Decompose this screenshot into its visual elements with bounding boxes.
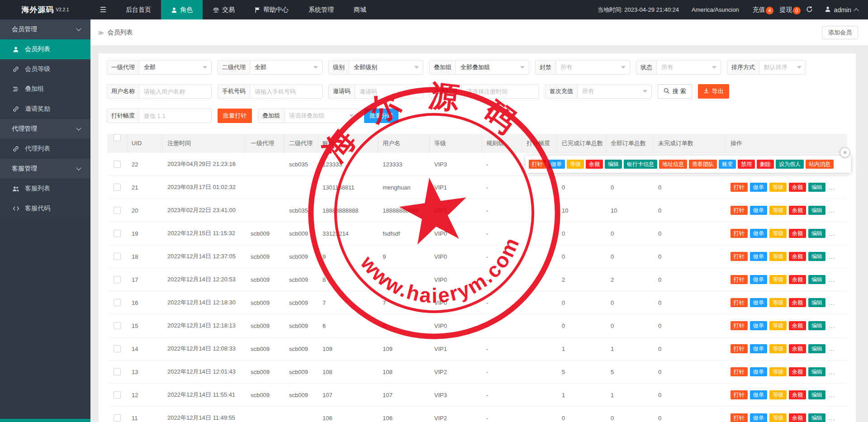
row-action-button[interactable]: 做单 — [750, 390, 767, 399]
row-action-button[interactable]: 打针 — [730, 229, 748, 238]
row-checkbox[interactable] — [114, 322, 121, 329]
sidebar-group-0[interactable]: 会员管理 — [0, 19, 90, 39]
register-time-input[interactable] — [462, 85, 539, 98]
row-action-button[interactable]: 做单 — [750, 413, 767, 422]
nav-item-1[interactable]: 角色 — [161, 0, 203, 19]
more-actions[interactable]: ... — [829, 299, 835, 306]
sidebar-group-7[interactable]: 客服管理 — [0, 159, 90, 179]
row-checkbox[interactable] — [114, 414, 121, 422]
row-checkbox[interactable] — [114, 368, 121, 375]
row-checkbox[interactable] — [114, 276, 121, 283]
more-actions[interactable]: ... — [829, 322, 835, 329]
more-actions[interactable]: ... — [829, 253, 835, 260]
row-action-button[interactable]: 编辑 — [808, 344, 825, 353]
row-action-button[interactable]: 等级 — [769, 252, 787, 261]
sidebar-group-5[interactable]: 代理管理 — [0, 119, 90, 139]
sidebar-item-4[interactable]: 邀请奖励 — [0, 99, 90, 119]
filter-select-1[interactable]: 二级代理全部 — [218, 60, 323, 75]
row-action-button[interactable]: 编辑 — [808, 275, 825, 284]
refresh-button[interactable] — [800, 6, 819, 14]
panel-action-button[interactable]: 编辑 — [605, 160, 622, 169]
nav-item-3[interactable]: 帮助中心 — [245, 0, 299, 19]
row-action-button[interactable]: 余额 — [789, 252, 806, 261]
row-checkbox[interactable] — [114, 345, 121, 352]
row-action-button[interactable]: 编辑 — [808, 298, 825, 307]
withdraw-link[interactable]: 提现 0 — [773, 6, 800, 14]
row-action-button[interactable]: 打针 — [730, 252, 748, 261]
more-actions[interactable]: ... — [829, 230, 835, 237]
more-actions[interactable]: ... — [829, 415, 835, 422]
row-action-button[interactable]: 做单 — [750, 275, 767, 284]
row-action-button[interactable]: 做单 — [750, 183, 767, 192]
row-action-button[interactable]: 余额 — [789, 206, 806, 215]
row-action-button[interactable]: 余额 — [789, 344, 806, 353]
row-action-button[interactable]: 余额 — [789, 390, 806, 399]
filter-select-6[interactable]: 排序方式默认排序 — [727, 60, 806, 75]
row-action-button[interactable]: 做单 — [750, 252, 767, 261]
row-action-button[interactable]: 等级 — [769, 229, 787, 238]
row-action-button[interactable]: 做单 — [750, 298, 767, 307]
nav-item-5[interactable]: 商城 — [344, 0, 376, 19]
row-action-button[interactable]: 打针 — [730, 367, 748, 376]
search-button[interactable]: 搜 索 — [658, 84, 692, 99]
row-action-button[interactable]: 打针 — [730, 298, 748, 307]
batch-inject-button[interactable]: 批量打针 — [218, 109, 252, 123]
row-action-button[interactable]: 编辑 — [808, 367, 825, 376]
row-action-button[interactable]: 等级 — [769, 413, 787, 422]
row-action-button[interactable]: 余额 — [789, 413, 806, 422]
sidebar-toggle-button[interactable]: ☰ — [90, 0, 116, 19]
row-action-button[interactable]: 余额 — [789, 367, 806, 376]
phone-input[interactable] — [250, 85, 322, 98]
row-action-button[interactable]: 编辑 — [808, 183, 825, 192]
panel-action-button[interactable]: 设为假人 — [776, 160, 804, 169]
row-action-button[interactable]: 编辑 — [808, 321, 825, 330]
row-action-button[interactable]: 做单 — [750, 367, 767, 376]
more-actions[interactable]: ... — [829, 369, 835, 375]
add-member-button[interactable]: 添加会员 — [822, 26, 858, 39]
sidebar-item-1[interactable]: 会员列表 — [0, 39, 90, 59]
sidebar-item-2[interactable]: 会员等级 — [0, 59, 90, 79]
row-action-button[interactable]: 打针 — [730, 275, 748, 284]
row-action-button[interactable]: 等级 — [769, 183, 787, 192]
inject-range-input[interactable] — [139, 109, 211, 123]
row-action-button[interactable]: 等级 — [769, 390, 787, 399]
panel-action-button[interactable]: 银行卡信息 — [624, 160, 657, 169]
row-action-button[interactable]: 余额 — [789, 183, 806, 192]
filter-select-2[interactable]: 级别全部级别 — [328, 60, 423, 75]
row-action-button[interactable]: 余额 — [789, 275, 806, 284]
row-action-button[interactable]: 打针 — [730, 206, 748, 215]
panel-action-button[interactable]: 站内消息 — [806, 160, 834, 169]
row-action-button[interactable]: 编辑 — [808, 229, 825, 238]
username-input[interactable] — [139, 85, 211, 98]
panel-action-button[interactable]: 禁用 — [738, 160, 755, 169]
export-button[interactable]: 导出 — [698, 84, 729, 99]
row-checkbox[interactable] — [114, 299, 121, 306]
row-action-button[interactable]: 打针 — [730, 390, 748, 399]
row-action-button[interactable]: 做单 — [750, 206, 767, 215]
more-actions[interactable]: ... — [829, 346, 835, 352]
row-action-button[interactable]: 编辑 — [808, 206, 825, 215]
row-checkbox[interactable] — [114, 391, 121, 398]
row-checkbox[interactable] — [114, 253, 121, 260]
select-all-checkbox[interactable] — [114, 134, 121, 141]
row-action-button[interactable]: 打针 — [730, 321, 748, 330]
row-action-button[interactable]: 等级 — [769, 344, 787, 353]
panel-action-button[interactable]: 余额 — [586, 160, 603, 169]
panel-action-button[interactable]: 等级 — [567, 160, 584, 169]
user-menu[interactable]: admin — [819, 6, 868, 14]
more-actions[interactable]: ... — [829, 276, 835, 283]
sidebar-item-3[interactable]: 叠加组 — [0, 79, 90, 99]
more-actions[interactable]: ... — [829, 392, 835, 398]
panel-action-button[interactable]: 做单 — [548, 160, 565, 169]
row-action-button[interactable]: 打针 — [730, 413, 748, 422]
row-checkbox[interactable] — [114, 207, 121, 214]
panel-action-button[interactable]: 地址信息 — [659, 160, 687, 169]
filter-select-5[interactable]: 状态所有 — [636, 60, 721, 75]
invite-code-input[interactable] — [355, 85, 423, 98]
row-action-button[interactable]: 打针 — [730, 344, 748, 353]
row-checkbox[interactable] — [114, 230, 121, 237]
recharge-link[interactable]: 充值 4 — [745, 6, 773, 14]
row-action-button[interactable]: 打针 — [730, 183, 748, 192]
filter-select-0[interactable]: 一级代理全部 — [107, 60, 212, 75]
row-action-button[interactable]: 等级 — [769, 321, 787, 330]
